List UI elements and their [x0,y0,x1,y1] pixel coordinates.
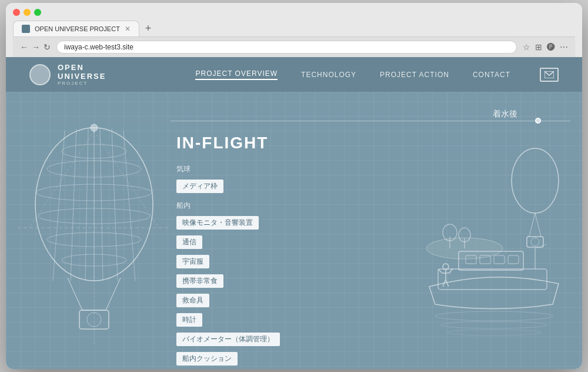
tag-1[interactable]: 通信 [176,235,202,249]
svg-rect-28 [527,237,543,247]
logo-icon [29,64,51,85]
svg-rect-40 [508,255,519,264]
svg-line-22 [94,131,159,228]
tags-cabin-row: 映像モニタ・音響装置 [176,214,400,231]
logo-open: OPEN [58,63,106,72]
svg-line-4 [85,128,88,281]
minimize-button[interactable] [24,9,31,16]
browser-icons: ☆ ⊞ 🅟 ⋯ [523,42,568,52]
tag-media-row: メディア枠 [176,178,400,195]
nav-header: OPEN UNIVERSE PROJECT PROJECT OVERVIEW T… [6,57,582,92]
svg-line-21 [29,131,94,228]
tag-media[interactable]: メディア枠 [176,180,223,193]
tags-row-2: 宇宙服 [176,253,400,270]
svg-point-29 [531,238,539,246]
back-button[interactable]: ← [20,42,28,52]
url-field[interactable]: iwaya-c.web-test3.site [56,41,517,54]
close-button[interactable] [13,9,20,16]
tag-2[interactable]: 宇宙服 [176,255,209,268]
website-content: OPEN UNIVERSE PROJECT PROJECT OVERVIEW T… [6,57,582,369]
favicon-icon [22,25,30,33]
logo-universe: UNIVERSE [58,72,106,81]
pinterest-icon[interactable]: 🅟 [547,42,555,52]
category-cabin-label: 船内 [176,201,400,211]
nav-links: PROJECT OVERVIEW TECHNOLOGY PROJECT ACTI… [195,68,559,82]
section-title: IN-FLIGHT [176,134,400,152]
address-bar: ← → ↻ iwaya-c.web-test3.site ☆ ⊞ 🅟 ⋯ [13,36,575,57]
tag-7[interactable]: 船内クッション [176,352,238,366]
main-content: 着水後 [6,92,582,369]
reload-button[interactable]: ↻ [44,42,51,52]
tag-3[interactable]: 携帯非常食 [176,274,223,288]
tag-6[interactable]: バイオメーター（体調管理） [176,333,280,346]
nav-link-project-action[interactable]: PROJECT ACTION [380,71,449,79]
maximize-button[interactable] [34,9,41,16]
nav-link-technology[interactable]: TECHNOLOGY [301,71,356,79]
svg-line-7 [112,129,118,281]
logo-text: OPEN UNIVERSE PROJECT [58,63,106,86]
svg-point-20 [91,124,98,131]
svg-line-6 [100,128,103,281]
tab-bar: OPEN UNIVERSE PROJECT ✕ + [13,21,575,36]
close-tab-icon[interactable]: ✕ [125,25,131,33]
traffic-lights [13,9,575,16]
svg-point-25 [512,148,559,213]
new-tab-button[interactable]: + [143,22,154,35]
tags-row-1: 通信 [176,234,400,251]
tag-5[interactable]: 時計 [176,313,202,327]
tab-title: OPEN UNIVERSE PROJECT [35,25,120,32]
tags-row-6: バイオメーター（体調管理） [176,331,400,348]
balloon-illustration [18,110,171,357]
browser-chrome: OPEN UNIVERSE PROJECT ✕ + ← → ↻ iwaya-c.… [6,3,582,57]
tags-row-5: 時計 [176,311,400,328]
tags-row-4: 救命具 [176,292,400,309]
timeline-dot [535,118,541,124]
right-illustration [417,134,570,346]
svg-line-15 [68,278,82,310]
svg-rect-39 [494,255,505,264]
nav-buttons: ← → ↻ [20,42,51,52]
star-icon[interactable]: ☆ [523,42,530,52]
mail-icon[interactable] [540,68,559,82]
tag-4[interactable]: 救命具 [176,294,209,307]
url-text: iwaya-c.web-test3.site [64,43,133,51]
more-icon[interactable]: ⋯ [560,42,568,52]
tags-row-7: 船内クッション [176,350,400,367]
tag-0[interactable]: 映像モニタ・音響装置 [176,216,259,230]
svg-line-27 [535,213,541,237]
browser-window: OPEN UNIVERSE PROJECT ✕ + ← → ↻ iwaya-c.… [6,3,582,369]
grid-icon[interactable]: ⊞ [535,42,542,52]
browser-tab[interactable]: OPEN UNIVERSE PROJECT ✕ [13,21,139,36]
svg-line-16 [106,278,121,310]
forward-button[interactable]: → [32,42,40,52]
svg-rect-35 [438,269,547,290]
svg-line-26 [529,213,535,237]
tags-row-3: 携帯非常食 [176,273,400,290]
svg-point-51 [441,321,547,328]
nav-link-project-overview[interactable]: PROJECT OVERVIEW [195,69,278,80]
svg-line-47 [446,280,449,287]
svg-line-3 [71,129,76,281]
timeline-line [171,121,570,121]
logo-project: PROJECT [58,81,106,86]
timeline-label: 着水後 [493,109,517,119]
nav-link-contact[interactable]: CONTACT [473,71,510,79]
svg-line-42 [535,244,547,248]
svg-point-50 [435,311,553,321]
svg-point-52 [447,330,541,336]
svg-line-48 [438,269,442,273]
category-balloon-label: 気球 [176,164,400,174]
content-block: IN-FLIGHT 気球 メディア枠 船内 映像モニタ・音響装置 通信 宇宙服 … [176,134,400,369]
logo-area: OPEN UNIVERSE PROJECT [29,63,106,86]
